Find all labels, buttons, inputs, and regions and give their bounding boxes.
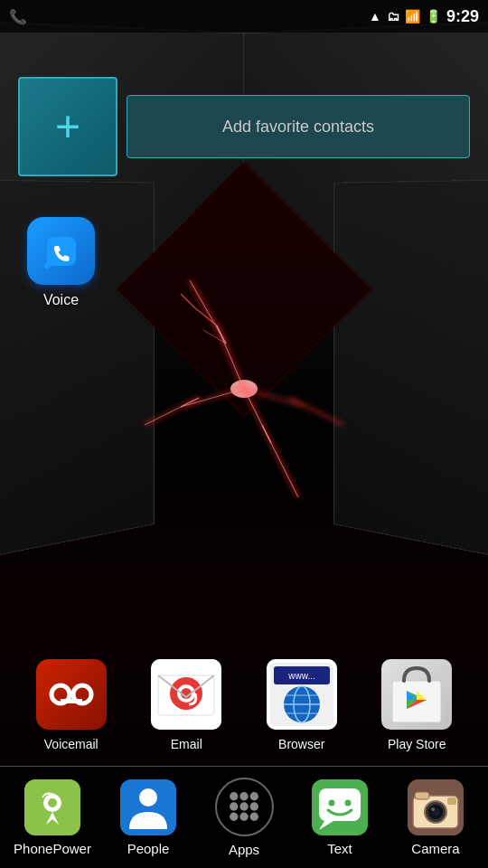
svg-point-36 xyxy=(230,813,238,821)
voicemail-label: Voicemail xyxy=(44,737,99,751)
svg-point-37 xyxy=(239,813,248,821)
nav-text[interactable]: Text xyxy=(295,779,385,856)
sd-icon: 🗂 xyxy=(387,9,399,24)
bottom-nav: PhonePower People xyxy=(0,767,488,868)
browser-label: Browser xyxy=(278,737,324,751)
status-right: ▲ 🗂 📶 🔋 9:29 xyxy=(369,7,479,26)
voice-shortcut[interactable]: Voice xyxy=(27,217,95,308)
svg-point-48 xyxy=(431,807,435,811)
camera-label: Camera xyxy=(411,841,459,856)
lightning-effect xyxy=(108,253,380,524)
svg-rect-40 xyxy=(319,788,361,821)
nav-camera[interactable]: Camera xyxy=(390,779,481,856)
voice-icon xyxy=(27,217,95,285)
status-bar: 📞 ▲ 🗂 📶 🔋 9:29 xyxy=(0,0,488,33)
svg-text:www...: www... xyxy=(287,671,314,681)
voice-label: Voice xyxy=(43,292,79,308)
svg-point-27 xyxy=(48,798,57,807)
svg-rect-5 xyxy=(61,699,82,703)
playstore-app[interactable]: Play Store xyxy=(367,659,466,751)
people-icon xyxy=(120,779,176,835)
playstore-icon xyxy=(381,659,452,730)
clock: 9:29 xyxy=(446,7,479,26)
wifi-icon: ▲ xyxy=(369,9,381,24)
svg-rect-49 xyxy=(415,792,429,799)
battery-icon: 🔋 xyxy=(426,9,441,24)
svg-rect-50 xyxy=(447,797,456,805)
email-app[interactable]: Email xyxy=(136,659,236,751)
camera-icon xyxy=(408,779,464,835)
nav-apps[interactable]: Apps xyxy=(199,778,289,857)
favorites-bar: + Add favorite contacts xyxy=(18,77,470,176)
phone-status-icon: 📞 xyxy=(9,8,27,25)
svg-point-41 xyxy=(329,799,335,806)
phonepower-label: PhonePower xyxy=(14,841,91,856)
phone-svg xyxy=(42,231,81,271)
browser-icon: www... xyxy=(267,659,337,730)
email-label: Email xyxy=(171,737,202,751)
svg-point-34 xyxy=(239,802,248,810)
apps-label: Apps xyxy=(229,842,259,857)
playstore-label: Play Store xyxy=(388,737,446,751)
svg-point-35 xyxy=(249,802,258,810)
signal-icon: 📶 xyxy=(405,9,420,24)
plus-icon: + xyxy=(55,105,80,148)
status-left: 📞 xyxy=(9,8,27,25)
text-label: Text xyxy=(327,841,352,856)
add-favorite-label[interactable]: Add favorite contacts xyxy=(127,95,470,158)
svg-point-30 xyxy=(230,792,238,800)
nav-people[interactable]: People xyxy=(103,779,193,856)
add-favorite-button[interactable]: + xyxy=(18,77,117,176)
svg-point-42 xyxy=(345,799,352,806)
svg-point-31 xyxy=(239,792,248,800)
apps-icon xyxy=(215,778,274,836)
voicemail-icon xyxy=(36,659,107,730)
svg-point-33 xyxy=(230,802,238,810)
email-icon xyxy=(151,659,221,730)
svg-point-38 xyxy=(249,813,258,821)
app-row: Voicemail Email xyxy=(0,646,488,764)
people-label: People xyxy=(127,841,170,856)
svg-point-32 xyxy=(249,792,258,800)
svg-point-29 xyxy=(139,788,157,807)
text-icon xyxy=(312,779,368,835)
phonepower-icon xyxy=(24,779,80,835)
voicemail-app[interactable]: Voicemail xyxy=(22,659,121,751)
nav-phonepower[interactable]: PhonePower xyxy=(7,779,98,856)
browser-app[interactable]: www... Browser xyxy=(252,659,352,751)
